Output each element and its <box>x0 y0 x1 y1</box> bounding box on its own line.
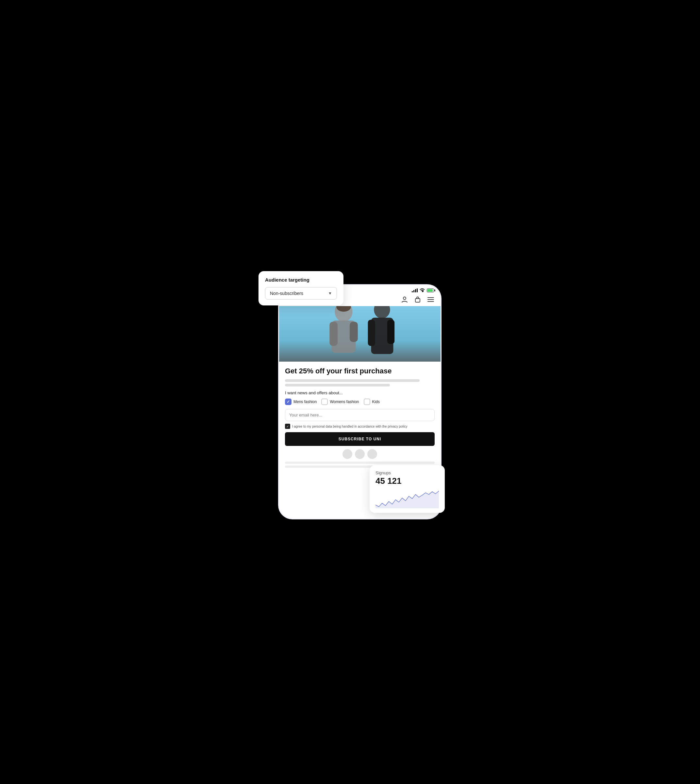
kids-label: Kids <box>372 399 380 404</box>
bag-icon[interactable] <box>414 296 422 303</box>
signups-card: Signups 45 121 <box>370 465 445 513</box>
svg-point-0 <box>403 297 406 300</box>
checkmark-icon: ✓ <box>287 399 290 404</box>
subscribe-button[interactable]: SUBSCRIBE TO UNI <box>285 432 435 446</box>
agree-checkmark: ✓ <box>286 424 289 428</box>
text-line-1 <box>285 379 420 382</box>
audience-dropdown-label: Non-subscribers <box>270 291 303 296</box>
signups-chart <box>375 489 439 508</box>
wifi-icon <box>420 288 425 293</box>
audience-card-title: Audience targeting <box>265 277 337 283</box>
mens-checkbox-box[interactable]: ✓ <box>285 398 292 405</box>
text-line-2 <box>285 384 390 386</box>
menu-icon[interactable] <box>427 296 435 303</box>
nav-dots <box>285 449 435 459</box>
signal-icon <box>412 288 418 292</box>
nav-dot-2 <box>355 449 365 459</box>
promo-title: Get 25% off your first purchase <box>285 367 435 375</box>
mens-fashion-label: Mens fashion <box>293 399 317 404</box>
svg-rect-9 <box>350 322 358 342</box>
svg-rect-12 <box>368 320 375 346</box>
svg-rect-8 <box>329 322 338 346</box>
womens-checkbox-box[interactable] <box>321 398 328 405</box>
checkboxes-row: ✓ Mens fashion Womens fashion Kids <box>285 398 435 405</box>
user-icon[interactable] <box>401 296 408 303</box>
hero-image <box>279 306 440 361</box>
womens-fashion-checkbox[interactable]: Womens fashion <box>321 398 359 405</box>
chevron-down-icon: ▼ <box>328 291 332 296</box>
svg-rect-5 <box>279 306 440 361</box>
interests-label: I want news and offers about... <box>285 390 435 395</box>
nav-dot-3 <box>367 449 377 459</box>
kids-checkbox-box[interactable] <box>364 398 370 405</box>
signups-label: Signups <box>375 470 439 475</box>
mens-fashion-checkbox[interactable]: ✓ Mens fashion <box>285 398 317 405</box>
svg-rect-13 <box>387 320 395 344</box>
signups-number: 45 121 <box>375 476 439 486</box>
agree-row: ✓ I agree to my personal data being hand… <box>285 424 435 429</box>
svg-rect-1 <box>415 299 420 302</box>
audience-dropdown[interactable]: Non-subscribers ▼ <box>265 287 337 300</box>
kids-checkbox[interactable]: Kids <box>364 398 380 405</box>
bottom-line-2 <box>285 466 375 468</box>
email-input[interactable] <box>285 409 435 421</box>
agree-checkbox[interactable]: ✓ <box>285 424 290 429</box>
svg-marker-15 <box>375 491 439 508</box>
bottom-line-1 <box>285 461 435 464</box>
nav-dot-1 <box>342 449 352 459</box>
body-text-placeholder <box>285 379 435 386</box>
agree-text: I agree to my personal data being handle… <box>292 424 407 428</box>
battery-icon <box>427 288 434 292</box>
audience-targeting-card: Audience targeting Non-subscribers ▼ <box>258 271 343 305</box>
womens-fashion-label: Womens fashion <box>330 399 359 404</box>
